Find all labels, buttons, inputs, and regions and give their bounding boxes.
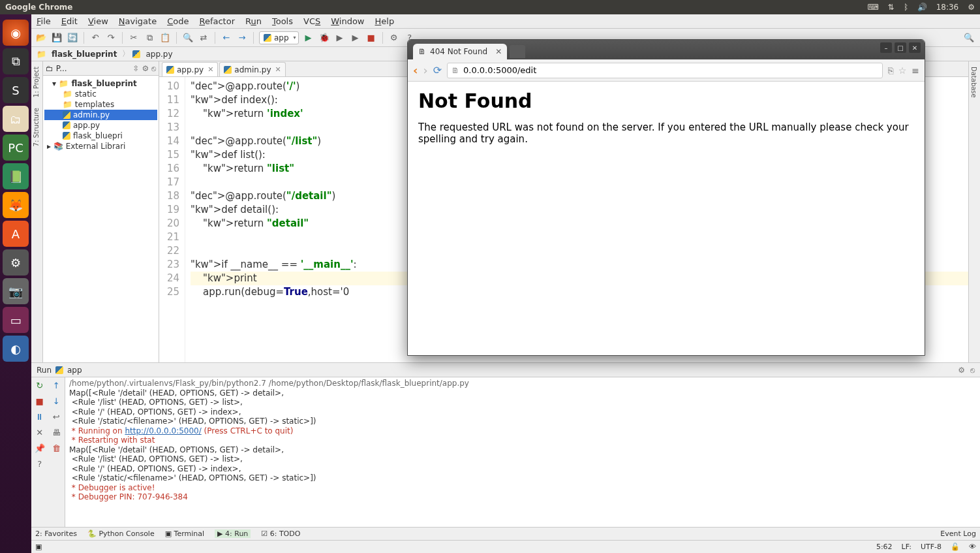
menu-navigate[interactable]: Navigate	[119, 16, 157, 26]
tree-item[interactable]: 📁 templates	[44, 99, 157, 110]
paste-icon[interactable]: 📋	[159, 32, 171, 44]
launcher-software[interactable]: A	[3, 221, 29, 247]
tab-database[interactable]: Database	[969, 61, 979, 103]
launcher-book[interactable]: 📗	[3, 163, 29, 189]
run-config-combo[interactable]: app	[259, 31, 299, 44]
nav-back-icon[interactable]: ←	[221, 32, 232, 44]
network-icon[interactable]: ⇅	[888, 3, 895, 12]
editor-tab[interactable]: app.py✕	[162, 62, 218, 76]
inspections-icon[interactable]: 👁	[969, 543, 976, 551]
close-tab-icon[interactable]: ✕	[275, 65, 281, 74]
save-icon[interactable]: 💾	[51, 32, 63, 44]
find-icon[interactable]: 🔍	[182, 32, 194, 44]
tab-run[interactable]: 4: Run	[225, 529, 248, 538]
menu-run[interactable]: Run	[245, 16, 262, 26]
replace-icon[interactable]: ⇄	[198, 32, 209, 44]
tree-external[interactable]: ▸ 📚 External Librari	[44, 141, 157, 151]
coverage-icon[interactable]: ▶	[334, 32, 346, 44]
crumb-project[interactable]: flask_blueprint	[49, 50, 119, 59]
chrome-menu-icon[interactable]: ≡	[911, 65, 919, 76]
menu-code[interactable]: Code	[167, 16, 189, 26]
tab-todo[interactable]: 6: TODO	[270, 529, 301, 538]
clear-icon[interactable]: 🗑	[48, 440, 65, 456]
launcher-app2[interactable]: ◐	[3, 336, 29, 362]
debug-icon[interactable]: 🐞	[318, 32, 330, 44]
translate-icon[interactable]: ⎘	[888, 65, 893, 76]
launcher-firefox[interactable]: 🦊	[3, 192, 29, 218]
clock[interactable]: 18:36	[936, 3, 959, 12]
chrome-tab[interactable]: 🗎 404 Not Found ✕	[413, 44, 507, 59]
profile-icon[interactable]: ▶	[350, 32, 361, 44]
maximize-icon[interactable]: □	[895, 42, 906, 53]
nav-fwd-icon[interactable]: →	[236, 32, 248, 44]
launcher-files[interactable]: 🗂	[3, 106, 29, 132]
address-bar[interactable]: 🗎 0.0.0.0:5000/edit	[447, 63, 883, 78]
tree-item[interactable]: admin.py	[44, 110, 157, 120]
volume-icon[interactable]: 🔊	[917, 3, 927, 12]
encoding[interactable]: UTF-8	[921, 543, 942, 551]
bluetooth-icon[interactable]: ᛒ	[904, 3, 908, 12]
minimize-icon[interactable]: –	[880, 42, 892, 53]
launcher-pycharm[interactable]: PC	[3, 134, 29, 161]
menu-vcs[interactable]: VCS	[303, 16, 320, 26]
nav-back-icon[interactable]: ‹	[413, 63, 418, 77]
line-sep[interactable]: LF:	[902, 543, 911, 551]
tab-python-console[interactable]: Python Console	[99, 529, 154, 538]
launcher-dash[interactable]: ◉	[3, 20, 29, 46]
launcher-app[interactable]: ▭	[3, 307, 29, 333]
pin-icon[interactable]: 📌	[31, 440, 48, 456]
lock-icon[interactable]: 🔓	[951, 543, 960, 551]
soft-wrap-icon[interactable]: ↩	[48, 409, 65, 424]
stop-icon[interactable]: ■	[31, 393, 48, 409]
print-icon[interactable]: 🖶	[48, 424, 65, 440]
menu-window[interactable]: Window	[331, 16, 364, 26]
tree-item[interactable]: flask_bluepri	[44, 131, 157, 141]
menu-view[interactable]: View	[88, 16, 108, 26]
tab-structure[interactable]: 7: Structure	[31, 103, 41, 151]
new-tab-button[interactable]	[510, 45, 525, 58]
rerun-icon[interactable]: ↻	[31, 377, 48, 393]
event-log[interactable]: Event Log	[940, 529, 976, 538]
help-run-icon[interactable]: ?	[31, 456, 48, 471]
down-icon[interactable]: ↓	[48, 393, 65, 409]
editor-tab[interactable]: admin.py✕	[219, 62, 285, 76]
close-tab-icon[interactable]: ✕	[207, 65, 213, 74]
structure-icon[interactable]: ⚙	[388, 32, 400, 44]
run-icon[interactable]: ▶	[303, 32, 314, 44]
pause-icon[interactable]: ⏸	[31, 409, 48, 424]
reload-icon[interactable]: ⟳	[433, 64, 442, 76]
run-settings-icon[interactable]: ⚙	[958, 366, 965, 375]
search-everywhere-icon[interactable]: 🔍	[963, 32, 975, 44]
keyboard-icon[interactable]: ⌨	[867, 3, 878, 12]
stop-icon[interactable]: ■	[365, 32, 377, 44]
menu-edit[interactable]: Edit	[61, 16, 78, 26]
launcher-sublime[interactable]: S	[3, 77, 29, 103]
undo-icon[interactable]: ↶	[89, 32, 101, 44]
run-hide-icon[interactable]: ⎋	[970, 366, 975, 375]
tab-project[interactable]: 1: Project	[31, 61, 41, 103]
run-console[interactable]: /home/python/.virtualenvs/Flask_py/bin/p…	[65, 377, 980, 527]
menu-tools[interactable]: Tools	[272, 16, 293, 26]
menu-refactor[interactable]: Refactor	[199, 16, 235, 26]
status-tool-icon[interactable]: ▣	[35, 543, 42, 551]
chrome-titlebar[interactable]: 🗎 404 Not Found ✕ – □ ✕	[408, 40, 925, 59]
close-run-icon[interactable]: ✕	[31, 424, 48, 440]
launcher-settings[interactable]: ⚙	[3, 249, 29, 276]
launcher-terminal[interactable]: ⧉	[3, 48, 29, 74]
project-view-combo[interactable]: ⇳ ⚙ ⎋	[133, 64, 156, 73]
up-icon[interactable]: ↑	[48, 377, 65, 393]
menu-file[interactable]: File	[37, 16, 51, 26]
tab-left-fav[interactable]: 2: Favorites	[35, 529, 77, 538]
launcher-screenshot[interactable]: 📷	[3, 278, 29, 304]
close-tab-icon[interactable]: ✕	[495, 47, 502, 56]
tab-terminal[interactable]: Terminal	[174, 529, 205, 538]
page-info-icon[interactable]: 🗎	[452, 66, 459, 75]
crumb-file[interactable]: app.py	[143, 50, 175, 59]
redo-icon[interactable]: ↷	[105, 32, 117, 44]
tree-root[interactable]: ▾ 📁 flask_blueprint	[44, 78, 157, 89]
bookmark-icon[interactable]: ☆	[898, 65, 907, 76]
cut-icon[interactable]: ✂	[128, 32, 140, 44]
close-window-icon[interactable]: ✕	[909, 42, 921, 53]
copy-icon[interactable]: ⧉	[144, 32, 155, 44]
menu-help[interactable]: Help	[375, 16, 395, 26]
